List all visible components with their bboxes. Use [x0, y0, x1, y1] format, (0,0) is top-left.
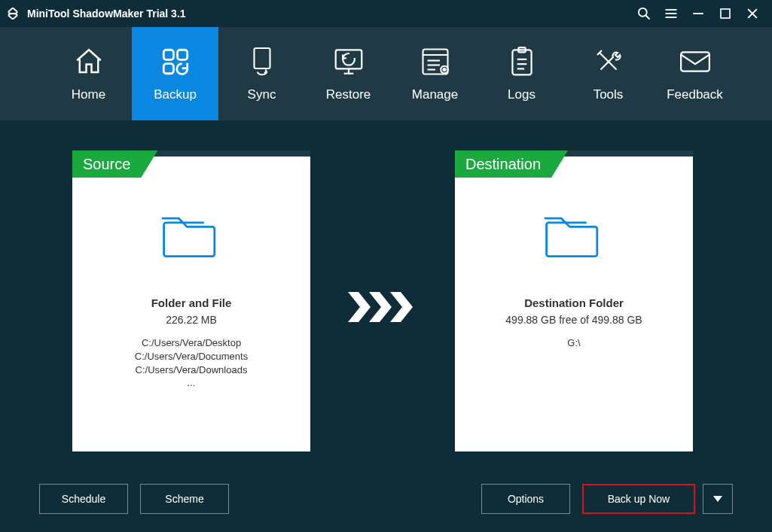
source-path-0: C:/Users/Vera/Desktop	[135, 336, 248, 350]
svg-line-1	[646, 16, 650, 20]
backup-now-button[interactable]: Back up Now	[582, 484, 695, 514]
titlebar: MiniTool ShadowMaker Trial 3.1	[0, 0, 772, 27]
svg-rect-12	[254, 48, 270, 68]
footer-bar: Schedule Scheme Options Back up Now	[0, 466, 772, 532]
nav-logs-label: Logs	[508, 87, 536, 102]
tools-icon	[593, 45, 624, 78]
destination-card[interactable]: Destination Destination Folder 499.88 GB…	[455, 150, 693, 451]
backup-dropdown-button[interactable]	[703, 484, 733, 514]
source-path-2: C:/Users/Vera/Downloads	[135, 363, 248, 377]
svg-rect-24	[512, 50, 531, 74]
folder-icon	[160, 209, 223, 266]
destination-free-space: 499.88 GB free of 499.88 GB	[505, 314, 642, 326]
main-navbar: Home Backup Sync Restore	[0, 27, 772, 120]
svg-point-16	[343, 53, 355, 65]
source-path-1: C:/Users/Vera/Documents	[135, 350, 248, 363]
destination-banner: Destination	[455, 150, 568, 178]
svg-rect-9	[163, 50, 173, 59]
svg-rect-10	[177, 50, 187, 59]
source-card[interactable]: Source Folder and File 226.22 MB C:/User…	[72, 150, 310, 451]
nav-restore-label: Restore	[326, 87, 371, 102]
search-icon[interactable]	[630, 0, 658, 27]
backup-icon	[160, 45, 191, 78]
svg-marker-33	[713, 496, 722, 502]
folder-icon	[542, 209, 606, 266]
manage-icon	[420, 45, 451, 78]
menu-icon[interactable]	[658, 0, 685, 27]
svg-rect-29	[681, 52, 709, 71]
scheme-button[interactable]: Scheme	[140, 484, 229, 514]
minimize-button[interactable]	[685, 0, 712, 27]
nav-sync[interactable]: Sync	[218, 27, 305, 120]
home-icon	[73, 45, 105, 78]
nav-tools-label: Tools	[593, 87, 624, 102]
source-title: Folder and File	[151, 296, 232, 309]
close-button[interactable]	[739, 0, 766, 27]
maximize-button[interactable]	[712, 0, 739, 27]
nav-home[interactable]: Home	[45, 27, 132, 120]
source-size: 226.22 MB	[166, 314, 217, 326]
destination-path: G:\	[567, 336, 580, 350]
restore-icon	[332, 45, 365, 78]
svg-marker-31	[369, 292, 392, 322]
nav-backup[interactable]: Backup	[132, 27, 218, 120]
feedback-icon	[679, 45, 712, 78]
app-title: MiniTool ShadowMaker Trial 3.1	[27, 8, 630, 20]
nav-manage-label: Manage	[412, 87, 458, 102]
destination-title: Destination Folder	[524, 296, 624, 309]
nav-logs[interactable]: Logs	[478, 27, 565, 120]
sync-icon	[248, 45, 276, 78]
nav-tools[interactable]: Tools	[565, 27, 651, 120]
svg-rect-11	[163, 64, 173, 74]
nav-manage[interactable]: Manage	[392, 27, 478, 120]
nav-backup-label: Backup	[154, 87, 197, 102]
nav-sync-label: Sync	[248, 87, 276, 102]
nav-feedback-label: Feedback	[667, 87, 723, 102]
nav-home-label: Home	[72, 87, 105, 102]
nav-restore[interactable]: Restore	[305, 27, 392, 120]
options-button[interactable]: Options	[481, 484, 570, 514]
app-logo-icon	[5, 5, 21, 22]
svg-rect-6	[721, 9, 730, 18]
svg-marker-32	[390, 292, 413, 322]
source-more: ...	[188, 377, 196, 388]
logs-icon	[508, 45, 536, 78]
arrow-icon	[348, 292, 417, 322]
schedule-button[interactable]: Schedule	[39, 484, 128, 514]
nav-feedback[interactable]: Feedback	[651, 27, 738, 120]
main-panel: Source Folder and File 226.22 MB C:/User…	[0, 120, 772, 532]
source-paths: C:/Users/Vera/Desktop C:/Users/Vera/Docu…	[135, 336, 248, 377]
svg-marker-30	[348, 292, 371, 322]
svg-point-0	[639, 8, 647, 17]
svg-point-23	[443, 68, 445, 71]
